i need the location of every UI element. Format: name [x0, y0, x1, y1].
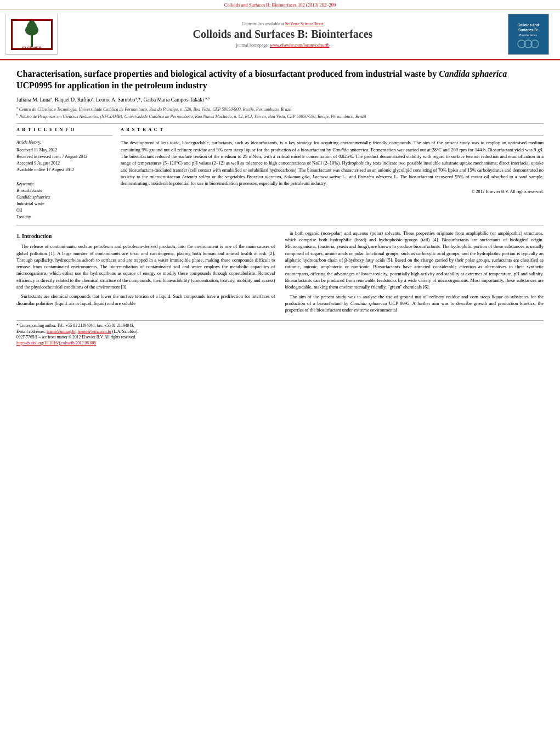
article-title: Characterisation, surface properties and… — [16, 69, 544, 92]
revised-date: Received in revised form 7 August 2012 — [16, 154, 112, 160]
abstract-col: A B S T R A C T The development of less … — [121, 127, 544, 220]
svg-text:Colloids and: Colloids and — [518, 23, 539, 27]
article-info-col: A R T I C L E I N F O Article history: R… — [16, 127, 112, 220]
colsurfb-logo-svg: Colloids and Surfaces B: Biointerfaces — [511, 16, 546, 52]
journal-center: Contents lists available at SciVerse Sci… — [63, 21, 502, 48]
divider-body — [16, 225, 544, 225]
affiliations: a Centro de Ciências e Tecnologia, Unive… — [16, 105, 544, 120]
accepted-date: Accepted 9 August 2012 — [16, 160, 112, 167]
main-content: Characterisation, surface properties and… — [0, 60, 560, 352]
keyword-1: Biosurfactants — [16, 188, 112, 194]
email-link-1[interactable]: leanie@unicap.br — [47, 329, 76, 334]
article-history: Article history: Received 11 May 2012 Re… — [16, 139, 112, 173]
intro-heading: 1. Introduction — [16, 233, 275, 241]
svg-rect-1 — [11, 19, 13, 50]
journal-title: Colloids and Surfaces B: Biointerfaces — [63, 28, 502, 41]
article-info-label: A R T I C L E I N F O — [16, 127, 112, 132]
received-date: Received 11 May 2012 — [16, 147, 112, 154]
homepage-link[interactable]: www.elsevier.com/locate/colsurfb — [270, 43, 330, 48]
abstract-label: A B S T R A C T — [121, 127, 544, 132]
body-left-col: 1. Introduction The release of contamina… — [16, 230, 275, 316]
abstract-text: The development of less toxic, biodegrad… — [121, 139, 544, 186]
journal-citation: Colloids and Surfaces B: Biointerfaces 1… — [224, 2, 336, 8]
svg-rect-2 — [51, 19, 53, 50]
elsevier-logo-svg: ELSEVIER — [10, 18, 54, 51]
intro-para-1: The release of contaminants, such as pet… — [16, 243, 275, 290]
keyword-2: Candida sphaerica — [16, 194, 112, 201]
authors: Juliana M. Lunaa, Raquel D. Rufinoa, Leo… — [16, 96, 544, 103]
divider-info — [16, 135, 112, 136]
keywords-label: Keywords: — [16, 182, 112, 186]
top-bar: Colloids and Surfaces B: Biointerfaces 1… — [0, 0, 560, 9]
footnotes: * Corresponding author. Tel.: +55 81 211… — [16, 320, 544, 346]
journal-header: ELSEVIER Contents lists available at Sci… — [0, 9, 560, 60]
footnote-doi: http://dx.doi.org/10.1016/j.colsurfb.201… — [16, 341, 544, 347]
article-info-abstract-section: A R T I C L E I N F O Article history: R… — [16, 127, 544, 220]
footnote-corresponding: * Corresponding author. Tel.: +55 81 211… — [16, 323, 544, 329]
divider-1 — [16, 123, 544, 124]
intro-para-2: Surfactants are chemical compounds that … — [16, 293, 275, 307]
keyword-4: Oil — [16, 207, 112, 214]
svg-text:ELSEVIER: ELSEVIER — [22, 46, 41, 50]
body-right-col: in both organic (non-polar) and aqueous … — [285, 230, 544, 316]
keyword-5: Toxicity — [16, 214, 112, 220]
doi-link[interactable]: http://dx.doi.org/10.1016/j.colsurfb.201… — [16, 341, 96, 346]
svg-point-8 — [29, 20, 35, 27]
elsevier-logo: ELSEVIER — [5, 14, 58, 55]
svg-text:Biointerfaces: Biointerfaces — [519, 33, 537, 37]
history-label: Article history: — [16, 139, 112, 145]
footnote-issn: 0927-7765/$ – see front matter © 2012 El… — [16, 335, 544, 341]
footnote-email: E-mail addresses: leanie@unicap.br, lean… — [16, 329, 544, 335]
body-section: 1. Introduction The release of contamina… — [16, 230, 544, 316]
journal-homepage: journal homepage: www.elsevier.com/locat… — [63, 43, 502, 48]
email-link-2[interactable]: leanie@terra.com.br — [77, 329, 111, 334]
right-para-2: The aim of the present study was to anal… — [285, 293, 544, 314]
divider-abstract — [121, 135, 544, 136]
svg-text:Surfaces B:: Surfaces B: — [518, 28, 538, 32]
copyright: © 2012 Elsevier B.V. All rights reserved… — [121, 189, 544, 194]
svg-rect-5 — [31, 35, 33, 47]
right-para-1: in both organic (non-polar) and aqueous … — [285, 230, 544, 291]
sciverse-link[interactable]: SciVerse ScienceDirect — [285, 21, 324, 26]
page: Colloids and Surfaces B: Biointerfaces 1… — [0, 0, 560, 741]
available-date: Available online 17 August 2012 — [16, 167, 112, 173]
keyword-3: Industrial waste — [16, 201, 112, 207]
keywords-list: Biosurfactants Candida sphaerica Industr… — [16, 188, 112, 220]
journal-logo-right: Colloids and Surfaces B: Biointerfaces — [508, 14, 549, 55]
sciverse-text: Contents lists available at SciVerse Sci… — [63, 21, 502, 26]
